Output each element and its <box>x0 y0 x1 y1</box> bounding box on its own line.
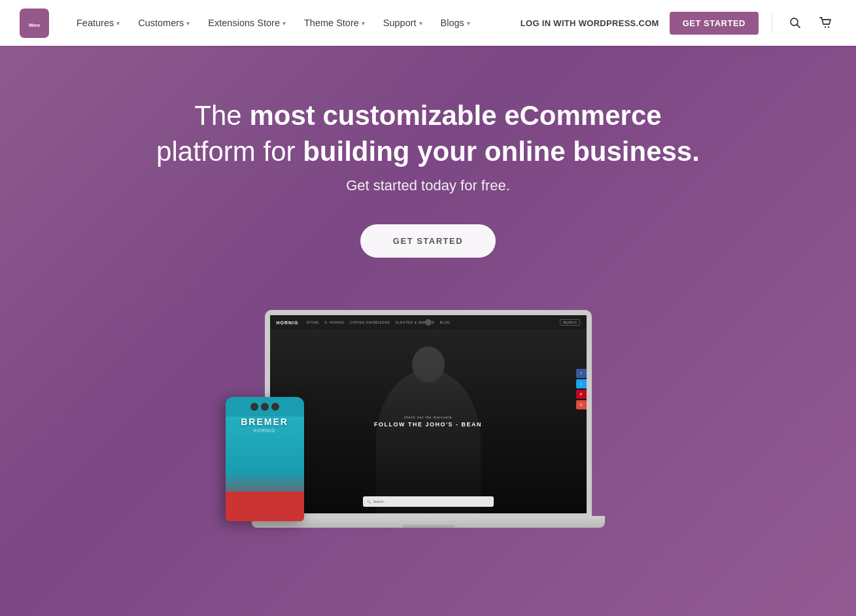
screen-logo: HORNIG <box>277 320 299 325</box>
hero-content: The most customizable eCommerce platform… <box>143 46 713 284</box>
hero-section: ') repeat;z-index:1;pointer-events:none;… <box>0 0 856 616</box>
hero-subtitle: Get started today for free. <box>156 177 700 194</box>
screen-hero-area: check out the marcuela FOLLOW THE JOHO'S… <box>270 330 587 513</box>
extensions-chevron-icon: ▾ <box>282 20 286 27</box>
screen-twitter-btn: t <box>576 379 587 388</box>
screen-search-icon: 🔍 <box>367 500 371 504</box>
screen-facebook-btn: f <box>576 369 587 378</box>
nav-get-started-button[interactable]: GET STARTED <box>670 12 759 35</box>
svg-point-4 <box>825 26 826 27</box>
login-link[interactable]: LOG IN WITH WORDPRESS.COM <box>521 18 659 28</box>
navbar: Woo Features ▾ Customers ▾ Extensions St… <box>0 0 856 46</box>
screen-nav-link-blog: BLOG <box>440 320 451 324</box>
svg-line-3 <box>797 25 800 28</box>
blogs-chevron-icon: ▾ <box>467 20 470 27</box>
bag-icon-3 <box>271 403 279 411</box>
search-icon <box>789 17 801 29</box>
nav-links: Features ▾ Customers ▾ Extensions Store … <box>69 12 521 33</box>
screen-gplus-btn: G <box>576 400 587 409</box>
search-button[interactable] <box>785 13 805 33</box>
screen-search-bar: 🔍 Search... <box>363 496 494 507</box>
screen-social-buttons: f t P G <box>576 369 587 409</box>
nav-support[interactable]: Support ▾ <box>375 12 430 33</box>
hero-title: The most customizable eCommerce platform… <box>156 98 700 169</box>
screen-nav-search: SEARCH <box>560 319 580 326</box>
screen-nav-link-shornig: S. HORNIG <box>324 320 345 324</box>
nav-right-section: LOG IN WITH WORDPRESS.COM GET STARTED <box>521 12 836 35</box>
svg-text:Woo: Woo <box>29 22 40 28</box>
bag-bottom-accent <box>226 492 304 521</box>
screen-hero-text: check out the marcuela FOLLOW THE JOHO'S… <box>374 415 482 428</box>
cart-icon <box>819 17 832 29</box>
hero-mockup: HORNIG STORE S. HORNIG COFFEE KNOWLEDGE … <box>232 310 625 528</box>
screen-nav-link-coffee: COFFEE KNOWLEDGE <box>350 320 390 324</box>
screen-inner: HORNIG STORE S. HORNIG COFFEE KNOWLEDGE … <box>270 315 587 513</box>
bag-icon-2 <box>261 403 269 411</box>
nav-features[interactable]: Features ▾ <box>69 12 128 33</box>
features-chevron-icon: ▾ <box>116 20 120 27</box>
nav-blogs[interactable]: Blogs ▾ <box>433 12 478 33</box>
bag-icons-row <box>250 403 279 411</box>
bag-top-fold <box>226 397 304 417</box>
customers-chevron-icon: ▾ <box>186 20 190 27</box>
nav-theme-store[interactable]: Theme Store ▾ <box>296 12 373 33</box>
screen-pinterest-btn: P <box>576 390 587 399</box>
logo-link[interactable]: Woo <box>20 9 49 38</box>
bag-body: BREMER HORNIG <box>226 397 304 521</box>
nav-extensions-store[interactable]: Extensions Store ▾ <box>200 12 294 33</box>
laptop-wrapper: HORNIG STORE S. HORNIG COFFEE KNOWLEDGE … <box>245 310 611 528</box>
product-bag: BREMER HORNIG <box>226 397 317 528</box>
nav-divider <box>772 14 772 32</box>
laptop-notch <box>425 319 432 326</box>
bag-icon-1 <box>250 403 258 411</box>
bag-brand-label: BREMER <box>241 417 288 427</box>
screen-nav-link-store: STORE <box>307 320 320 324</box>
cart-button[interactable] <box>815 13 836 33</box>
bag-sub-label: HORNIG <box>254 428 276 433</box>
woocommerce-logo-icon: Woo <box>20 9 49 38</box>
support-chevron-icon: ▾ <box>419 20 422 27</box>
nav-customers[interactable]: Customers ▾ <box>130 12 197 33</box>
hero-get-started-button[interactable]: GET STARTED <box>360 224 496 258</box>
theme-chevron-icon: ▾ <box>362 20 365 27</box>
svg-point-5 <box>828 26 829 27</box>
